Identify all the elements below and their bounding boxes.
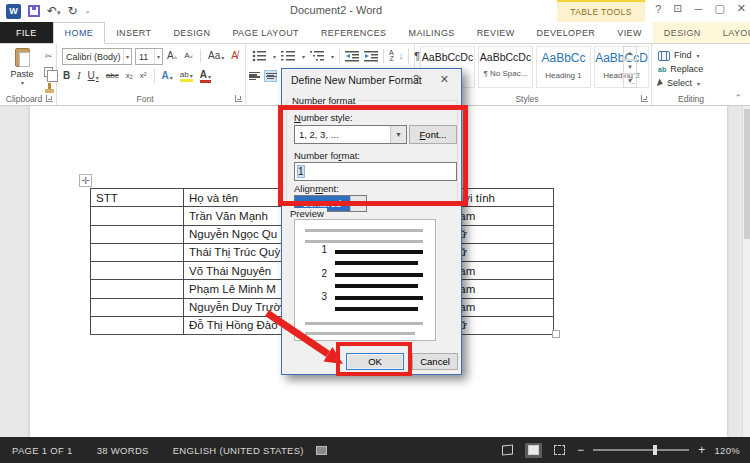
number-style-label: Number style: [294,112,353,123]
zoom-out-icon[interactable]: − [577,444,584,456]
grow-font-button[interactable]: A˄ [167,51,177,61]
clear-formatting-icon[interactable]: A̸ [231,51,238,61]
clipboard-dialog-launcher[interactable] [46,95,53,102]
align-left-icon[interactable] [248,70,261,82]
underline-button[interactable]: U▾ [88,71,99,81]
numbered-list-icon[interactable] [281,50,296,62]
preview-line [305,229,423,232]
ribbon-display-options-icon[interactable]: ⊡ [673,2,682,15]
language-indicator[interactable]: ENGLISH (UNITED STATES) [161,445,316,456]
bullet-list-icon[interactable] [252,50,267,62]
table-resize-handle[interactable] [552,330,560,338]
dialog-help-icon[interactable]: ? [413,73,419,85]
save-icon[interactable] [28,5,40,17]
decrease-indent-icon[interactable] [345,50,359,62]
style-chip-heading1[interactable]: AaBbCc Heading 1 [536,46,591,88]
font-button[interactable]: Font... [409,125,457,144]
tab-developer[interactable]: DEVELOPER [526,22,607,43]
increase-indent-icon[interactable] [364,50,378,62]
align-center-icon[interactable] [264,70,277,82]
preview-line [335,296,423,300]
find-button[interactable]: Find▾ [658,50,703,60]
tab-insert[interactable]: INSERT [105,22,162,43]
zoom-in-icon[interactable]: + [698,444,705,456]
highlight-color-button[interactable]: ab▾ [180,71,193,82]
tab-view[interactable]: VIEW [606,22,653,43]
styles-gallery-expand-icon[interactable]: ▼̲ [623,74,637,88]
multilevel-list-dropdown[interactable]: ▾ [331,53,334,60]
paste-button[interactable]: Paste ▾ [6,48,38,92]
tab-table-design[interactable]: DESIGN [653,22,712,43]
read-mode-icon[interactable] [499,443,516,458]
web-layout-icon[interactable] [551,443,568,458]
font-size-combo[interactable]: 11▾ [135,48,163,65]
paste-icon [15,48,30,67]
ok-button[interactable]: OK [346,353,404,370]
cancel-button[interactable]: Cancel [412,353,458,370]
style-chip-no-spacing[interactable]: AaBbCcDc ¶ No Spac... [478,46,533,88]
zoom-slider[interactable] [593,449,689,451]
styles-dialog-launcher[interactable] [641,95,648,102]
tab-references[interactable]: REFERENCES [310,22,398,43]
styles-scroll-up-icon[interactable]: ▲ [623,46,637,60]
sort-icon[interactable]: AZ [389,50,394,63]
bold-button[interactable]: B [63,71,70,81]
change-case-button[interactable]: Aa▾ [208,51,224,61]
scrollbar-thumb[interactable] [744,109,750,239]
preview-line [305,332,415,335]
page-indicator[interactable]: PAGE 1 OF 1 [0,445,85,456]
bullet-list-dropdown[interactable]: ▾ [273,53,276,60]
style-chip-heading2[interactable]: AaBbCcD Heading 2 [594,46,649,88]
preview-panel: 1 2 3 [294,219,436,341]
multilevel-list-icon[interactable] [310,50,325,62]
alignment-label: Alignment: [294,183,339,194]
table-move-handle-icon[interactable]: ✛ [79,174,92,187]
numbered-list-dropdown[interactable]: ▾ [302,53,305,60]
paste-dropdown-arrow[interactable]: ▾ [21,79,24,86]
collapse-ribbon-icon[interactable]: ⌃ [734,93,742,103]
maximize-icon[interactable]: ▢ [714,2,724,15]
qat-customize-icon[interactable]: ⌄ [85,7,91,15]
superscript-button[interactable]: x² [140,72,147,80]
tab-design[interactable]: DESIGN [162,22,221,43]
font-dialog-launcher[interactable] [235,95,242,102]
number-format-input[interactable]: 1 [294,162,457,181]
minimize-icon[interactable]: ─ [695,3,703,15]
dialog-title[interactable]: Define New Number Format [282,69,461,91]
combo-arrow-icon[interactable]: ▼ [350,196,366,211]
tab-file[interactable]: FILE [0,22,53,43]
tab-table-layout[interactable]: LAYOUT [712,22,750,43]
redo-icon[interactable]: ↻ [68,5,78,17]
help-icon[interactable]: ? [655,3,661,15]
strikethrough-button[interactable]: abc [106,72,119,80]
subscript-button[interactable]: x₂ [126,72,133,80]
font-color-button[interactable]: A▾ [200,70,211,83]
dialog-close-icon[interactable]: ✕ [440,73,449,86]
undo-icon[interactable]: ↶▾ [47,5,61,17]
tab-mailings[interactable]: MAILINGS [397,22,465,43]
word-count[interactable]: 38 WORDS [85,445,161,456]
italic-button[interactable]: I [77,71,80,81]
tab-review[interactable]: REVIEW [466,22,526,43]
close-icon[interactable]: ✕ [737,2,746,15]
replace-button[interactable]: abReplace [658,64,703,74]
font-name-combo[interactable]: Calibri (Body)▾ [62,48,132,65]
zoom-level[interactable]: 120% [715,445,741,456]
tab-home[interactable]: HOME [53,22,106,44]
shrink-font-button[interactable]: A˅ [184,52,193,60]
word-app-icon: W [6,4,21,19]
vertical-scrollbar[interactable] [742,106,750,437]
styles-scroll-down-icon[interactable]: ▼ [623,60,637,74]
tab-page-layout[interactable]: PAGE LAYOUT [221,22,310,43]
zoom-slider-thumb[interactable] [653,445,657,455]
combo-arrow-icon[interactable]: ▼ [390,126,406,143]
group-font: Calibri (Body)▾ 11▾ A˄ A˅ Aa▾ A̸ B I U▾ … [57,44,246,105]
number-style-combo[interactable]: 1, 2, 3, ... ▼ [294,125,407,144]
text-effects-button[interactable]: A▾ [162,71,173,81]
cut-icon[interactable]: ✂ [42,50,55,62]
print-layout-icon[interactable] [525,443,542,458]
select-button[interactable]: Select▾ [658,78,703,88]
format-painter-icon[interactable] [42,82,55,94]
macro-record-icon[interactable] [316,446,327,455]
copy-icon[interactable] [42,66,55,78]
